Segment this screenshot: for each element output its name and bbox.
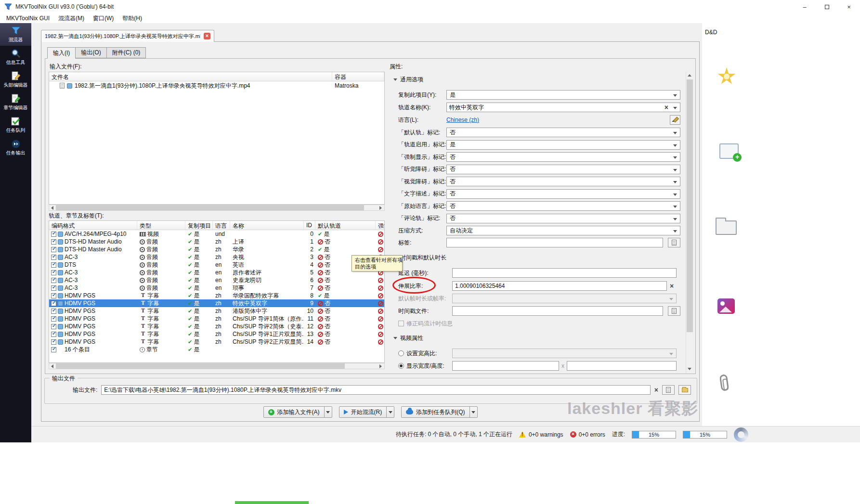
display-height-input[interactable] [567,361,677,371]
display-dimensions-radio[interactable] [398,363,404,369]
column-language[interactable]: 语言 [213,221,230,230]
maximize-button[interactable] [816,0,838,13]
scrollbar-thumb[interactable] [687,79,693,332]
scroll-left-arrow[interactable] [49,363,56,369]
track-checkbox[interactable] [51,316,56,322]
scroll-down-arrow[interactable] [687,366,692,372]
clear-stretch-button[interactable]: × [670,283,674,289]
track-row[interactable]: HDMV PGS 字幕 是 zh Chs/SUP 导评2简体（ [49,323,384,330]
delay-input[interactable] [452,268,677,278]
track-checkbox[interactable] [51,255,56,260]
track-row[interactable]: HDMV PGS 字幕 是 zh Chs/SUP 导评2正片双 [49,338,384,346]
tab-input[interactable]: 输入(I) [47,47,76,59]
tags-input[interactable] [446,238,663,247]
column-type[interactable]: 类型 [137,221,185,230]
track-checkbox[interactable] [51,278,56,283]
browse-timestamp-button[interactable] [668,306,680,316]
general-options-section[interactable]: 通用选项 [393,76,423,84]
timestamp-file-input[interactable] [452,306,663,316]
track-row[interactable]: AC-3 音频 是 zh 央视 3 [49,253,384,261]
document-tab[interactable]: 1982.第一滴血1(93分钟).1080P.上译华录央视英导特效对应中字.mk… [41,30,214,42]
sidebar-item-header-editor[interactable]: 头部编辑器 [0,68,31,91]
add-source-files-dropdown[interactable] [324,407,332,417]
flag-select[interactable]: 否 [446,214,680,223]
track-checkbox[interactable] [51,239,56,245]
flag-select[interactable]: 否 [446,165,680,174]
source-files-header[interactable]: 文件名 容器 [49,72,384,81]
paperclip-desktop-icon[interactable] [719,374,730,391]
track-checkbox[interactable] [51,339,56,345]
column-forced[interactable]: 强制 [376,221,384,230]
track-row[interactable]: AC-3 音频 是 en 史泰龙唠叨 [49,276,384,284]
add-to-job-queue-button[interactable]: 添加到任务队列(Q) [401,406,477,418]
edit-language-button[interactable] [670,115,680,125]
files-horizontal-scrollbar[interactable] [49,205,385,211]
sidebar-item-multiplexer[interactable]: 混流器 [0,23,31,46]
browse-output-button[interactable] [662,385,675,395]
start-multiplexing-dropdown[interactable] [386,407,394,417]
tab-attachments[interactable]: 附件(C) (0) [106,47,146,58]
output-file-input[interactable] [101,385,650,395]
sidebar-item-job-queue[interactable]: 任务队列 [0,114,31,136]
menu-item[interactable]: MKVToolNix GUI [2,14,54,23]
column-codec[interactable]: 编码格式 [49,221,137,230]
track-row[interactable]: HDMV PGS 字幕 是 zh 特效中英双字 [49,299,384,307]
add-to-job-queue-dropdown[interactable] [469,407,477,417]
column-container[interactable]: 容器 [332,72,384,81]
tab-output[interactable]: 输出(O) [75,47,106,58]
track-checkbox[interactable] [51,285,56,291]
scroll-right-arrow[interactable] [378,205,384,210]
sidebar-item-chapter-editor[interactable]: 章节编辑器 [0,91,31,114]
clear-track-name-button[interactable]: × [665,104,668,111]
menu-item[interactable]: 窗口(W) [89,13,118,24]
column-default-track[interactable]: 默认轨道 [315,221,376,230]
display-width-input[interactable] [452,361,559,371]
copy-item-select[interactable]: 是 [446,90,680,100]
photo-desktop-icon[interactable] [717,298,735,314]
language-link[interactable]: Chinese (zh) [446,116,479,123]
flag-select[interactable]: 否 [446,177,680,186]
scrollbar-thumb[interactable] [56,363,345,369]
track-row[interactable]: AC-3 音频 是 en 琐事 7 [49,284,384,292]
flag-select[interactable]: 否 [446,152,680,162]
flag-select[interactable]: 自动决定 [446,226,680,235]
menu-item[interactable]: 混流器(M) [54,13,89,24]
flag-select[interactable]: 否 [446,189,680,199]
flag-select[interactable]: 否 [446,201,680,211]
tracks-horizontal-scrollbar[interactable] [49,363,385,369]
star-desktop-icon[interactable] [717,67,736,86]
flag-select[interactable]: 是 [446,140,680,150]
scroll-right-arrow[interactable] [378,363,384,369]
add-window-desktop-icon[interactable] [719,143,739,159]
tracks-header[interactable]: 编码格式 类型 复制项目 语言 名称 ID 默认轨道 强制 [49,221,384,230]
start-multiplexing-button[interactable]: 开始混流(R) [339,406,395,418]
track-checkbox[interactable] [51,262,56,268]
track-row[interactable]: HDMV PGS 字幕 是 zh 港版简体中字 [49,307,384,315]
track-checkbox[interactable] [51,309,56,314]
track-checkbox[interactable] [51,332,56,337]
aspect-ratio-radio[interactable] [398,350,404,356]
track-row[interactable]: DTS-HD Master Audio 音频 是 zh 华录 [49,246,384,253]
track-row[interactable]: AVC/H.264/MPEG-4p10 视频 是 und [49,230,384,238]
track-checkbox[interactable] [51,247,56,252]
track-checkbox[interactable] [51,293,56,298]
flag-select[interactable]: 否 [446,128,680,137]
sidebar-item-info-tool[interactable]: 信息工具 [0,46,31,68]
scroll-left-arrow[interactable] [49,205,56,210]
add-source-files-button[interactable]: 添加输入文件(A) [263,406,332,418]
sidebar-item-job-output[interactable]: 任务输出 [0,136,31,159]
tab-close-button[interactable]: × [204,33,210,39]
scrollbar-thumb[interactable] [56,205,364,210]
scroll-up-arrow[interactable] [687,73,692,78]
track-name-input[interactable] [447,103,680,112]
track-row[interactable]: HDMV PGS 字幕 是 zh Chs/SUP 导评1正片双 [49,330,384,338]
column-id[interactable]: ID [304,221,315,230]
column-name[interactable]: 名称 [230,221,304,230]
track-checkbox[interactable] [51,324,56,329]
track-row[interactable]: HDMV PGS 字幕 是 zh Chs/SUP 导评1简体（ [49,315,384,323]
track-checkbox[interactable] [51,270,56,275]
video-properties-section[interactable]: 视频属性 [393,334,423,342]
close-button[interactable]: × [838,0,860,13]
open-output-folder-button[interactable] [678,385,691,395]
track-row[interactable]: AC-3 音频 是 en 原作者述评 [49,269,384,276]
